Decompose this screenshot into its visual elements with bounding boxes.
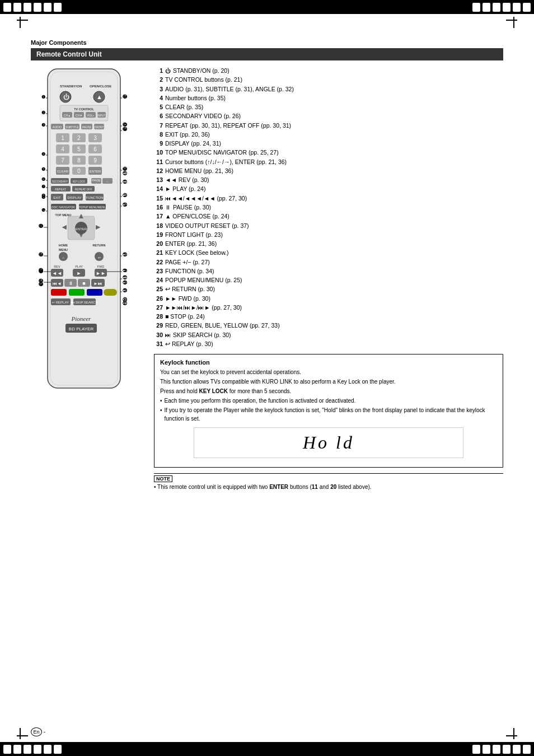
svg-text:4: 4 bbox=[61, 146, 64, 152]
svg-text:CLEAR: CLEAR bbox=[57, 170, 69, 173]
list-item: 31↩ REPLAY (p. 30) bbox=[154, 339, 503, 348]
item-number: 14 bbox=[154, 184, 163, 193]
item-text: TV CONTROL buttons (p. 21) bbox=[165, 75, 242, 84]
svg-text:↩ REPLAY: ↩ REPLAY bbox=[52, 301, 69, 304]
feature-list: 1⏻ STANDBY/ON (p. 20)2TV CONTROL buttons… bbox=[154, 66, 503, 348]
svg-text:MENU: MENU bbox=[59, 248, 68, 251]
page-num-circle: En bbox=[31, 727, 42, 736]
list-item: 6SECONDARY VIDEO (p. 26) bbox=[154, 111, 503, 120]
item-text: FUNCTION (p. 34) bbox=[165, 267, 214, 276]
svg-text:❸: ❸ bbox=[41, 123, 45, 128]
list-item: 15⏮◄◄/◄◄◄/◄◄ (pp. 27, 30) bbox=[154, 194, 503, 203]
item-text: ◄◄ REV (p. 30) bbox=[165, 175, 209, 184]
svg-text:FWD: FWD bbox=[97, 265, 105, 268]
note-text: • This remote control unit is equipped w… bbox=[154, 484, 503, 490]
item-text: PAGE +/− (p. 27) bbox=[165, 258, 210, 267]
item-text: ⏻ STANDBY/ON (p. 20) bbox=[165, 66, 229, 75]
list-item: 28■ STOP (p. 24) bbox=[154, 312, 503, 321]
list-item: 1⏻ STANDBY/ON (p. 20) bbox=[154, 66, 503, 75]
svg-text:㉓: ㉓ bbox=[123, 193, 128, 198]
svg-text:◄◄: ◄◄ bbox=[52, 270, 62, 276]
svg-text:⓱: ⓱ bbox=[123, 94, 128, 100]
svg-text:PLAY: PLAY bbox=[75, 265, 83, 268]
keylock-title: Keylock function bbox=[160, 359, 497, 366]
list-item: 16⏸ PAUSE (p. 30) bbox=[154, 203, 503, 212]
item-number: 12 bbox=[154, 166, 163, 175]
remote-area: STANDBY/ON ⏻ OPEN/CLOSE ▲ TV CONTROL CH▲… bbox=[31, 66, 143, 415]
svg-rect-110 bbox=[69, 289, 85, 296]
svg-text:⏻: ⏻ bbox=[63, 94, 69, 100]
item-number: 8 bbox=[154, 130, 163, 139]
item-text: EXIT (pp. 20, 36) bbox=[165, 130, 210, 139]
svg-text:−: − bbox=[106, 180, 109, 183]
right-content: 1⏻ STANDBY/ON (p. 20)2TV CONTROL buttons… bbox=[154, 66, 503, 490]
note-icon: NOTE bbox=[154, 475, 172, 482]
reg-mark-bl bbox=[17, 728, 28, 739]
svg-text:㉖: ㉖ bbox=[123, 268, 128, 273]
list-item: 22PAGE +/− (p. 27) bbox=[154, 258, 503, 267]
svg-text:HOME: HOME bbox=[59, 244, 68, 247]
svg-text:Pioneer: Pioneer bbox=[71, 315, 92, 322]
item-number: 24 bbox=[154, 276, 163, 284]
svg-text:KEY LOCK: KEY LOCK bbox=[73, 180, 85, 183]
list-item: 4Number buttons (p. 35) bbox=[154, 94, 503, 102]
item-number: 20 bbox=[154, 239, 163, 248]
svg-text:⏭ SKIP SEARCH: ⏭ SKIP SEARCH bbox=[71, 301, 98, 304]
svg-text:FRONT: FRONT bbox=[94, 125, 104, 129]
page-num-text: - bbox=[44, 729, 45, 735]
item-text: ⏮◄◄/◄◄◄/◄◄ (pp. 27, 30) bbox=[165, 194, 247, 203]
list-item: 8EXIT (pp. 20, 36) bbox=[154, 130, 503, 139]
item-text: VIDEO OUTPUT RESET (p. 37) bbox=[165, 221, 249, 230]
svg-text:⓫: ⓫ bbox=[39, 223, 44, 229]
svg-text:⓰: ⓰ bbox=[39, 282, 44, 287]
item-text: DISPLAY (pp. 24, 31) bbox=[165, 139, 221, 148]
item-number: 9 bbox=[154, 139, 163, 148]
list-item: 2TV CONTROL buttons (p. 21) bbox=[154, 75, 503, 84]
item-text: RED, GREEN, BLUE, YELLOW (pp. 27, 33) bbox=[165, 321, 280, 330]
svg-text:■: ■ bbox=[82, 281, 85, 286]
main-content: Major Components Remote Control Unit STA… bbox=[31, 39, 503, 722]
svg-text:POPUP MENU/MENU: POPUP MENU/MENU bbox=[78, 206, 106, 209]
item-text: ⏭ SKIP SEARCH (p. 30) bbox=[165, 330, 231, 339]
item-text: ■ STOP (p. 24) bbox=[165, 312, 205, 321]
keylock-bullet1: Each time you perform this operation, th… bbox=[160, 396, 497, 405]
svg-text:ENTER: ENTER bbox=[90, 170, 101, 173]
item-number: 23 bbox=[154, 267, 163, 276]
list-item: 11Cursor buttons (↑/↓/←/→), ENTER (pp. 2… bbox=[154, 157, 503, 166]
list-item: 14► PLAY (p. 24) bbox=[154, 184, 503, 193]
item-text: CLEAR (p. 35) bbox=[165, 102, 203, 111]
item-number: 11 bbox=[154, 157, 163, 166]
item-text: SECONDARY VIDEO (p. 26) bbox=[165, 111, 241, 120]
svg-rect-112 bbox=[104, 289, 117, 296]
list-item: 27►►⏮/⏭►/⏭► (pp. 27, 30) bbox=[154, 303, 503, 312]
svg-text:►⏭: ►⏭ bbox=[93, 281, 102, 286]
item-number: 4 bbox=[154, 94, 163, 102]
svg-text:3: 3 bbox=[93, 135, 97, 141]
item-number: 16 bbox=[154, 203, 163, 212]
svg-text:DISPLAY: DISPLAY bbox=[68, 196, 82, 199]
svg-rect-109 bbox=[51, 289, 67, 296]
keylock-text: You can set the keylock to prevent accid… bbox=[160, 368, 497, 423]
item-text: ►► FWD (p. 30) bbox=[165, 294, 210, 303]
svg-text:1: 1 bbox=[61, 135, 64, 141]
item-number: 22 bbox=[154, 258, 163, 267]
item-number: 6 bbox=[154, 111, 163, 120]
item-text: TOP MENU/DISC NAVIGATOR (pp. 25, 27) bbox=[165, 148, 279, 157]
svg-rect-111 bbox=[87, 289, 102, 296]
item-number: 25 bbox=[154, 284, 163, 293]
item-number: 28 bbox=[154, 312, 163, 321]
keylock-para3: Press and hold KEY LOCK for more than 5 … bbox=[160, 387, 497, 395]
item-number: 29 bbox=[154, 321, 163, 330]
item-number: 18 bbox=[154, 221, 163, 230]
svg-text:▲: ▲ bbox=[96, 94, 102, 100]
svg-text:❻: ❻ bbox=[41, 177, 45, 182]
svg-text:►: ► bbox=[77, 270, 82, 276]
item-text: Number buttons (p. 35) bbox=[165, 94, 226, 102]
item-number: 7 bbox=[154, 121, 163, 130]
svg-text:SUBTITLE: SUBTITLE bbox=[65, 125, 79, 129]
item-text: ►►⏮/⏭►/⏭► (pp. 27, 30) bbox=[165, 303, 242, 312]
svg-text:PAUSE: PAUSE bbox=[82, 125, 92, 129]
item-number: 3 bbox=[154, 85, 163, 94]
item-text: AUDIO (p. 31), SUBTITLE (p. 31), ANGLE (… bbox=[165, 85, 294, 94]
list-item: 5CLEAR (p. 35) bbox=[154, 102, 503, 111]
